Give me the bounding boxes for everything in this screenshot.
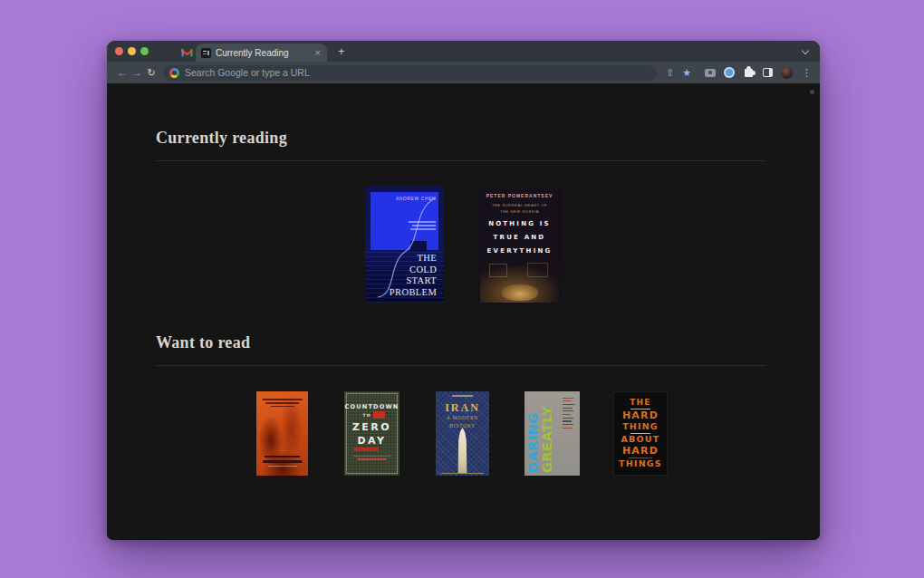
cover-red-bar-art	[354, 448, 379, 451]
cover-rule-line	[441, 473, 484, 474]
cover-author-line	[452, 395, 474, 397]
cover-red-box-art	[373, 411, 385, 419]
cover-title-line	[263, 460, 302, 463]
toolbar-actions: ⇧ ★ ⋮	[666, 67, 812, 79]
book-title: IRAN	[436, 401, 489, 415]
section-title-currently-reading: Currently reading	[156, 129, 287, 148]
book-title-word: COUNTDOWN	[344, 404, 399, 410]
book-author: ANDREW CHEN	[365, 196, 436, 201]
cover-text-line	[265, 402, 300, 404]
cover-blurb-lines	[409, 221, 436, 230]
forward-button[interactable]: →	[130, 67, 144, 78]
screenshot-extension-icon[interactable]	[705, 69, 716, 77]
book-title-word: HARD	[622, 410, 659, 421]
book-title: DARING GREATLY	[527, 394, 554, 473]
book-author: PETER POMERANTSEV	[477, 193, 562, 198]
close-window-button[interactable]	[115, 47, 123, 55]
minimize-window-button[interactable]	[128, 47, 136, 55]
section-title-want-to-read: Want to read	[156, 333, 250, 352]
cover-photo-art	[480, 260, 559, 303]
tab-favicon-icon	[201, 48, 211, 58]
window-controls	[115, 47, 149, 55]
browser-window: Currently Reading × + ← → ↻ ⇧ ★ ⋮ Curren…	[107, 41, 820, 540]
book-cover-daring-greatly[interactable]: DARING GREATLY	[525, 391, 580, 476]
cover-subtitle-line	[357, 458, 387, 460]
gmail-icon	[181, 47, 193, 57]
cover-rule-line	[267, 466, 297, 467]
tab-search-chevron-icon[interactable]	[802, 47, 809, 54]
reload-button[interactable]: ↻	[144, 68, 159, 78]
address-input[interactable]	[185, 67, 650, 78]
page-content: Currently reading ANDREW CHEN THE COLD S…	[107, 83, 820, 540]
tab-strip: Currently Reading × +	[107, 41, 820, 62]
pinned-tab-gmail[interactable]	[181, 47, 193, 57]
browser-menu-icon[interactable]: ⋮	[801, 68, 812, 78]
address-bar[interactable]	[163, 65, 657, 81]
section-divider	[156, 160, 765, 161]
bookmark-star-icon[interactable]: ★	[682, 68, 691, 78]
book-cover-hard-thing-about-hard-things[interactable]: THE HARD THING ABOUT HARD THINGS	[613, 391, 668, 476]
book-title-word: ZERO	[344, 422, 399, 432]
book-subtitle: THE SURREAL HEART OF THE NEW RUSSIA	[477, 202, 562, 215]
book-title-word: THE	[630, 399, 650, 407]
tab-close-icon[interactable]: ×	[314, 48, 322, 58]
google-logo-icon	[169, 68, 179, 78]
cover-subtitle-line	[353, 456, 390, 458]
profile-avatar[interactable]	[781, 67, 793, 79]
tab-currently-reading[interactable]: Currently Reading ×	[196, 43, 327, 62]
book-cover-iran-a-modern-history[interactable]: IRAN A MODERN HISTORY	[436, 391, 489, 476]
book-title-word: HARD	[622, 446, 659, 457]
cover-text-line	[270, 406, 294, 408]
tab-title: Currently Reading	[216, 48, 314, 58]
book-title-word: DAY	[344, 436, 399, 446]
share-icon[interactable]: ⇧	[666, 68, 674, 78]
book-cover-the-cold-start-problem[interactable]: ANDREW CHEN THE COLD START PROBLEM	[365, 187, 444, 303]
cover-photo-art	[256, 391, 308, 476]
book-cover-countdown-to-zero-day[interactable]: COUNTDOWN TO ZERO DAY	[344, 391, 399, 476]
zoom-window-button[interactable]	[140, 47, 149, 55]
book-title-word: TO	[344, 414, 399, 419]
browser-toolbar: ← → ↻ ⇧ ★ ⋮	[107, 62, 820, 83]
book-title-word: THINGS	[619, 459, 662, 468]
book-title-word: THING	[622, 422, 659, 431]
blue-extension-icon[interactable]	[724, 67, 735, 78]
cover-title-line	[265, 456, 301, 458]
section-divider	[156, 365, 765, 366]
new-tab-button[interactable]: +	[338, 45, 345, 57]
extensions-puzzle-icon[interactable]	[745, 69, 753, 77]
back-button[interactable]: ←	[115, 67, 130, 78]
book-title-word: ABOUT	[621, 435, 660, 444]
book-title: THE COLD START PROBLEM	[390, 253, 437, 298]
side-panel-icon[interactable]	[763, 68, 773, 77]
cover-chair-art	[502, 284, 538, 301]
cover-text-line	[262, 399, 302, 400]
cover-arch-art	[450, 428, 475, 473]
book-cover-nothing-is-true[interactable]: PETER POMERANTSEV THE SURREAL HEART OF T…	[477, 187, 562, 305]
scrollbar-thumb[interactable]	[810, 90, 814, 94]
book-cover-orange-photo[interactable]	[256, 391, 308, 476]
cover-side-text-art	[563, 398, 576, 429]
